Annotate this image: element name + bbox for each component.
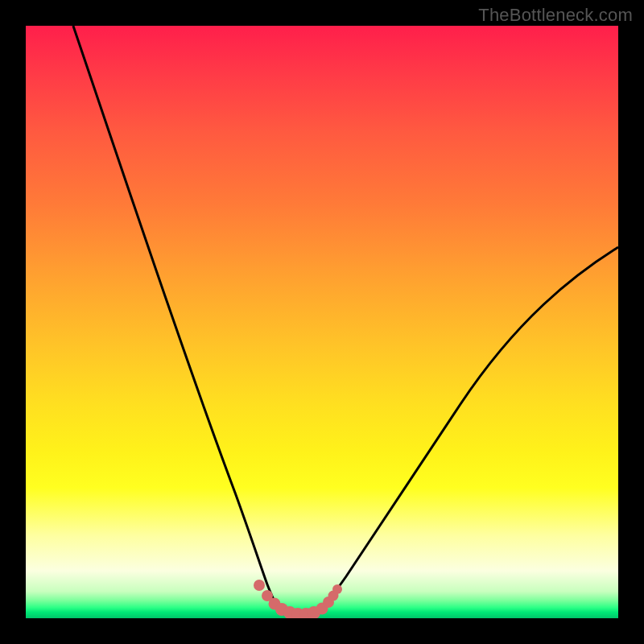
watermark-text: TheBottleneck.com: [478, 5, 633, 26]
curve-svg: [26, 26, 618, 618]
svg-point-0: [254, 580, 265, 591]
chart-frame: TheBottleneck.com: [0, 0, 644, 644]
svg-point-11: [332, 584, 342, 594]
left-curve: [73, 26, 280, 610]
plot-area: [26, 26, 618, 618]
right-curve: [320, 247, 618, 610]
